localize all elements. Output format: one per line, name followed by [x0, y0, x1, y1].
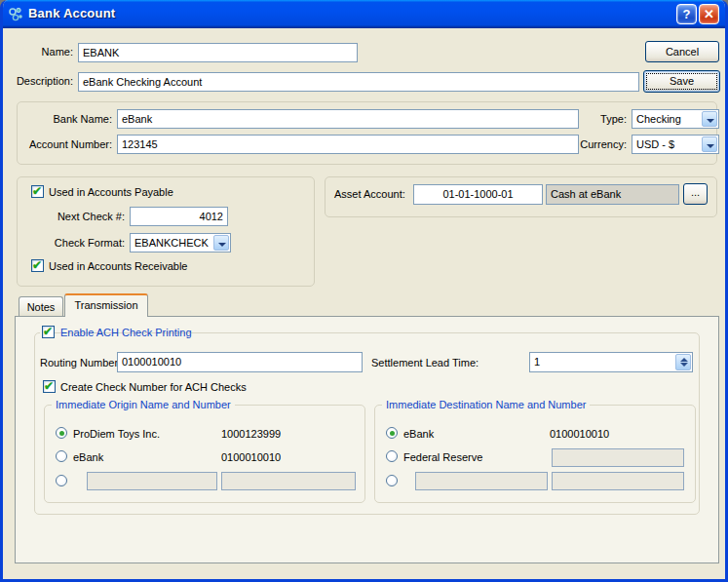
window-title: Bank Account	[28, 6, 115, 20]
destination-custom-number-input[interactable]	[552, 472, 684, 490]
destination-group: Immediate Destination Name and Number eB…	[374, 405, 696, 503]
ach-caption-strip: Enable ACH Check Printing	[40, 326, 48, 340]
close-icon: ✕	[704, 7, 714, 21]
origin-option-1-number: 1000123999	[221, 428, 281, 440]
origin-option-3-radio[interactable]	[56, 475, 67, 486]
destination-option-1-number: 0100010010	[550, 428, 609, 440]
settlement-lead-time-stepper[interactable]: 1	[529, 352, 693, 372]
origin-option-2-name: eBank	[73, 451, 103, 463]
asset-browse-button[interactable]: ...	[683, 183, 708, 205]
chevron-down-icon[interactable]	[702, 111, 717, 127]
chevron-down-icon[interactable]	[702, 136, 717, 152]
used-in-ar-checkbox[interactable]	[31, 259, 44, 272]
check-format-label: Check Format:	[32, 237, 125, 249]
bank-account-dialog: Bank Account ? ✕ Name: EBANK Cancel Desc…	[0, 0, 728, 582]
origin-option-1-radio[interactable]	[56, 427, 67, 439]
help-icon: ?	[683, 7, 691, 21]
spin-up-icon	[680, 358, 688, 362]
destination-option-1-radio[interactable]	[386, 427, 398, 439]
save-button[interactable]: Save	[643, 70, 720, 93]
title-bar[interactable]: Bank Account ? ✕	[0, 0, 728, 28]
create-check-number-label: Create Check Number for ACH Checks	[60, 381, 247, 393]
destination-option-2-number-input[interactable]	[552, 448, 684, 467]
destination-custom-name-input[interactable]	[415, 472, 548, 490]
bank-name-label: Bank Name:	[22, 113, 112, 125]
spin-down-icon	[680, 363, 688, 367]
name-label: Name:	[13, 46, 73, 58]
destination-group-title: Immediate Destination Name and Number	[382, 399, 590, 410]
settlement-lead-time-label: Settlement Lead Time:	[371, 357, 479, 369]
chevron-down-icon[interactable]	[213, 235, 229, 251]
used-in-ap-label: Used in Accounts Payable	[49, 186, 173, 198]
routing-number-label: Routing Number:	[40, 357, 121, 369]
next-check-input[interactable]: 4012	[130, 207, 228, 226]
currency-label: Currency:	[576, 138, 627, 150]
description-label: Description:	[9, 75, 73, 87]
asset-account-label: Asset Account:	[334, 188, 405, 200]
asset-account-name-field: Cash at eBank	[546, 184, 679, 205]
create-check-number-checkbox[interactable]	[43, 380, 56, 393]
help-button[interactable]: ?	[676, 4, 697, 24]
enable-ach-label: Enable ACH Check Printing	[60, 327, 192, 338]
tab-notes[interactable]: Notes	[19, 296, 63, 317]
origin-option-1-name: ProDiem Toys Inc.	[73, 428, 160, 440]
type-value: Checking	[636, 113, 681, 125]
account-number-input[interactable]: 123145	[117, 135, 579, 154]
origin-custom-number-input[interactable]	[221, 472, 356, 490]
origin-group: Immediate Origin Name and Number ProDiem…	[44, 405, 365, 503]
settlement-lead-time-value: 1	[534, 356, 540, 368]
destination-option-1-name: eBank	[403, 428, 434, 440]
spinner-buttons[interactable]	[675, 354, 691, 370]
destination-option-2-radio[interactable]	[386, 450, 398, 462]
origin-option-2-radio[interactable]	[56, 450, 67, 462]
asset-account-input[interactable]: 01-01-1000-01	[413, 184, 543, 205]
name-input[interactable]: EBANK	[78, 43, 358, 62]
currency-value: USD - $	[636, 138, 674, 150]
currency-select[interactable]: USD - $	[632, 135, 719, 154]
cancel-button[interactable]: Cancel	[645, 41, 719, 62]
destination-option-3-radio[interactable]	[386, 475, 398, 486]
bank-name-input[interactable]: eBank	[117, 109, 579, 129]
used-in-ar-label: Used in Accounts Receivable	[49, 260, 187, 272]
destination-option-2-name: Federal Reserve	[403, 451, 482, 463]
enable-ach-checkbox[interactable]	[42, 326, 55, 338]
used-in-ap-checkbox[interactable]	[31, 185, 44, 198]
next-check-label: Next Check #:	[32, 211, 125, 222]
origin-option-2-number: 0100010010	[221, 451, 281, 463]
type-label: Type:	[584, 113, 627, 125]
check-format-select[interactable]: EBANKCHECK	[130, 233, 231, 252]
description-input[interactable]: eBank Checking Account	[78, 72, 639, 92]
check-format-value: EBANKCHECK	[134, 237, 209, 249]
type-select[interactable]: Checking	[632, 109, 719, 129]
account-number-label: Account Number:	[22, 138, 112, 150]
tab-transmission[interactable]: Transmission	[64, 293, 148, 317]
origin-group-title: Immediate Origin Name and Number	[52, 399, 235, 410]
routing-number-input[interactable]: 0100010010	[117, 352, 363, 372]
origin-custom-name-input[interactable]	[87, 472, 217, 490]
close-button[interactable]: ✕	[699, 4, 719, 24]
app-icon	[8, 6, 24, 22]
